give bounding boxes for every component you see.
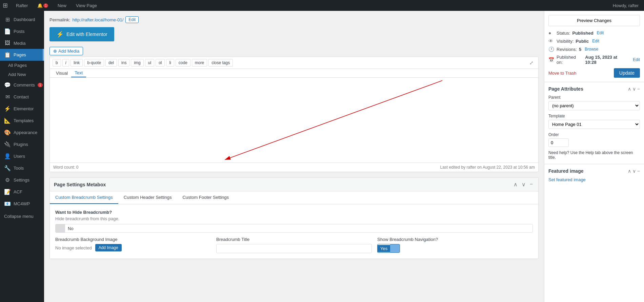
sidebar-item-appearance[interactable]: 🎨 Appearance — [0, 127, 44, 138]
toolbar-ol[interactable]: ol — [156, 59, 165, 67]
permalink-url[interactable]: http://rafter.local/home-01/ — [72, 17, 123, 22]
plugins-icon: 🔌 — [4, 141, 11, 148]
metabox-close[interactable]: − — [528, 181, 534, 188]
sidebar-item-users[interactable]: 👤 Users — [0, 150, 44, 162]
users-icon: 👤 — [4, 153, 11, 159]
toolbar-b[interactable]: b — [53, 59, 61, 67]
bc-title-input[interactable] — [216, 244, 372, 253]
sidebar-item-label: Plugins — [14, 142, 28, 147]
toolbar-i[interactable]: i — [62, 59, 69, 67]
revisions-label: Revisions: — [557, 47, 577, 52]
sidebar-item-label: Elementor — [14, 106, 34, 111]
parent-select[interactable]: (no parent) — [548, 101, 640, 110]
show-nav-toggle[interactable]: Yes — [377, 244, 400, 253]
hide-breadcrumb-section: Want to Hide Breadcrumb? Hide breadcrumb… — [55, 210, 533, 233]
sidebar-sub-add-new[interactable]: Add New — [0, 70, 44, 79]
toolbar-link[interactable]: link — [71, 59, 83, 67]
hide-breadcrumb-toggle[interactable]: No — [55, 224, 533, 233]
adminbar-view-page[interactable]: View Page — [73, 0, 100, 11]
pa-collapse-down[interactable]: ∨ — [632, 86, 636, 92]
metabox-body: Want to Hide Breadcrumb? Hide breadcrumb… — [50, 204, 538, 259]
sidebar-item-label: Media — [14, 41, 25, 46]
sidebar-item-dashboard[interactable]: ⊞ Dashboard — [0, 14, 44, 25]
toolbar-bquote[interactable]: b-quote — [84, 59, 104, 67]
bc-show-nav-field: Show Breadcrumb Navigation? Yes — [377, 237, 533, 253]
template-select[interactable]: Home Page 01 — [548, 120, 640, 129]
preview-changes-button[interactable]: Preview Changes — [548, 15, 640, 26]
wp-logo-icon[interactable]: ⊞ — [3, 2, 8, 9]
yes-label: Yes — [378, 245, 390, 252]
status-icon: ● — [548, 30, 555, 36]
tab-header[interactable]: Custom Header Settings — [118, 191, 177, 204]
status-label: Status: — [557, 31, 570, 36]
sidebar-item-settings[interactable]: ⚙ Settings — [0, 174, 44, 186]
adminbar-site-name[interactable]: Rafter — [13, 0, 31, 11]
fi-collapse-down[interactable]: ∨ — [632, 168, 636, 174]
permalink-edit-button[interactable]: Edit — [125, 16, 139, 23]
update-button[interactable]: Update — [614, 68, 640, 78]
word-count: Word count: 0 — [53, 165, 78, 170]
toolbar-close-tags[interactable]: close tags — [208, 59, 233, 67]
sidebar-item-elementor[interactable]: ⚡ Elementor — [0, 103, 44, 115]
sidebar-item-posts[interactable]: 📄 Posts — [0, 25, 44, 37]
visibility-edit-link[interactable]: Edit — [592, 39, 599, 43]
tab-footer[interactable]: Custom Footer Settings — [177, 191, 234, 204]
sidebar-item-templates[interactable]: 📐 Templates — [0, 115, 44, 127]
toolbar-img[interactable]: img — [131, 59, 143, 67]
add-media-button[interactable]: ⊕ Add Media — [49, 47, 83, 55]
editor-tab-text[interactable]: Text — [71, 69, 86, 77]
move-to-trash-link[interactable]: Move to Trash — [548, 71, 576, 76]
sidebar-item-contact[interactable]: ✉ Contact — [0, 91, 44, 103]
fi-close[interactable]: − — [637, 168, 640, 174]
sidebar-item-media[interactable]: 🖼 Media — [0, 37, 44, 49]
published-edit-link[interactable]: Edit — [633, 57, 640, 62]
adminbar-new[interactable]: New — [55, 0, 69, 11]
no-image-text: No image selected — [55, 245, 92, 250]
parent-field: Parent (no parent) — [548, 95, 640, 110]
sidebar-sub-all-pages[interactable]: All Pages — [0, 61, 44, 70]
hide-breadcrumb-description: Hide breadcrumb from this page. — [55, 216, 533, 221]
sidebar-item-comments[interactable]: 💬 Comments 1 — [0, 79, 44, 91]
editor-tab-visual[interactable]: Visual — [53, 69, 71, 77]
tab-breadcrumb[interactable]: Custom Breadcrumb Settings — [50, 191, 118, 204]
pa-close[interactable]: − — [637, 86, 640, 92]
sidebar-item-mc4wp[interactable]: 📧 MC4WP — [0, 198, 44, 210]
media-icon: 🖼 — [4, 40, 11, 46]
toolbar-ul[interactable]: ul — [145, 59, 154, 67]
toolbar-li[interactable]: li — [166, 59, 174, 67]
edit-elementor-button[interactable]: ⚡ Edit with Elementor — [49, 27, 114, 41]
sidebar-item-label: MC4WP — [14, 201, 30, 206]
sidebar-item-acf[interactable]: 📝 ACF — [0, 186, 44, 198]
sidebar-item-pages[interactable]: 📋 Pages — [0, 49, 44, 61]
toolbar-del[interactable]: del — [105, 59, 117, 67]
editor-content-area[interactable] — [50, 78, 538, 163]
metabox-collapse-down[interactable]: ∨ — [520, 181, 527, 188]
sidebar-item-plugins[interactable]: 🔌 Plugins — [0, 138, 44, 150]
visibility-icon: 👁 — [548, 38, 555, 44]
pa-collapse-up[interactable]: ∧ — [628, 86, 631, 92]
add-image-button[interactable]: Add Image — [95, 244, 122, 251]
toolbar-code[interactable]: code — [176, 59, 190, 67]
elementor-icon: ⚡ — [4, 106, 11, 112]
editor-expand-icon[interactable]: ⤢ — [527, 59, 536, 66]
fi-collapse-up[interactable]: ∧ — [628, 168, 631, 174]
toolbar-more[interactable]: more — [192, 59, 207, 67]
editor-toolbar: b i link b-quote del ins img ul ol li co… — [50, 57, 538, 69]
toggle-slider — [56, 224, 65, 232]
collapse-menu-button[interactable]: Collapse menu — [0, 210, 44, 223]
toolbar-ins[interactable]: ins — [118, 59, 129, 67]
adminbar-notif[interactable]: 🔔 1 — [35, 0, 51, 11]
last-edited: Last edited by rafter on August 22, 2023… — [440, 165, 535, 170]
revisions-browse-link[interactable]: Browse — [585, 47, 598, 52]
set-featured-image-link[interactable]: Set featured image — [548, 177, 586, 182]
order-input[interactable] — [548, 138, 569, 147]
sidebar-item-tools[interactable]: 🔧 Tools — [0, 162, 44, 174]
appearance-icon: 🎨 — [4, 129, 11, 136]
contact-icon: ✉ — [4, 94, 11, 100]
order-label: Order — [548, 132, 640, 137]
add-media-label: Add Media — [58, 49, 79, 54]
metabox-collapse-up[interactable]: ∧ — [512, 181, 519, 188]
bc-title-label: Breadcrumb Title — [216, 237, 372, 242]
status-edit-link[interactable]: Edit — [597, 31, 604, 35]
sidebar-item-label: Pages — [14, 52, 26, 57]
